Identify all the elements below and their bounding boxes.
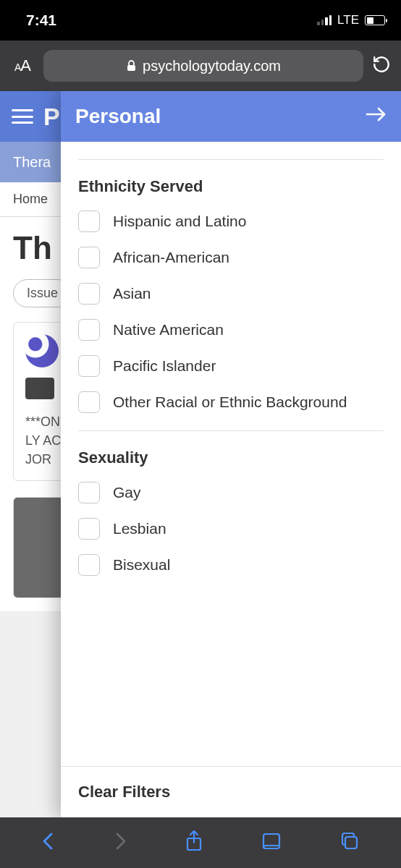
filter-option[interactable]: Hispanic and Latino (78, 210, 384, 232)
option-label: Native American (113, 321, 224, 339)
back-button[interactable] (41, 831, 56, 854)
lock-icon (126, 59, 137, 72)
cellular-signal-icon (317, 15, 332, 25)
filter-section-sexuality: Sexuality Gay Lesbian Bisexual (78, 448, 384, 576)
url-domain: psychologytoday.com (143, 58, 281, 75)
checkbox[interactable] (78, 210, 100, 232)
filter-section-ethnicity: Ethnicity Served Hispanic and Latino Afr… (78, 177, 384, 413)
svg-rect-2 (345, 837, 357, 848)
badge-icon (25, 378, 54, 399)
panel-body[interactable]: Ethnicity Served Hispanic and Latino Afr… (61, 142, 401, 766)
section-title: Sexuality (78, 448, 384, 467)
filter-option[interactable]: Bisexual (78, 554, 384, 576)
checkbox[interactable] (78, 482, 100, 503)
forward-button[interactable] (113, 831, 127, 854)
site-logo[interactable]: P (43, 103, 60, 131)
menu-button[interactable] (12, 109, 33, 124)
bookmarks-button[interactable] (261, 832, 282, 854)
chevron-right-icon (113, 831, 127, 851)
checkbox[interactable] (78, 283, 100, 305)
tab-therapists[interactable]: Thera (13, 154, 51, 171)
filter-option[interactable]: Asian (78, 283, 384, 305)
section-title: Ethnicity Served (78, 177, 384, 196)
panel-header: Personal (61, 91, 401, 142)
browser-toolbar (0, 817, 401, 868)
browser-url-bar: AA psychologytoday.com (0, 41, 401, 91)
checkbox[interactable] (78, 518, 100, 540)
option-label: Bisexual (113, 556, 170, 574)
checkbox[interactable] (78, 319, 100, 341)
panel-title: Personal (75, 105, 161, 128)
panel-next-button[interactable] (365, 105, 387, 128)
checkbox[interactable] (78, 247, 100, 268)
filter-panel: Personal Ethnicity Served Hispanic and L… (61, 91, 401, 817)
filter-option[interactable]: Native American (78, 319, 384, 341)
share-icon (185, 830, 203, 853)
svg-rect-0 (127, 65, 135, 71)
share-button[interactable] (185, 830, 203, 856)
network-label: LTE (337, 13, 359, 27)
bookmarks-icon (261, 832, 282, 851)
chevron-left-icon (41, 831, 56, 851)
option-label: Asian (113, 285, 151, 302)
reload-button[interactable] (372, 55, 391, 77)
address-bar[interactable]: psychologytoday.com (43, 50, 363, 82)
checkbox[interactable] (78, 554, 100, 576)
filter-option[interactable]: Gay (78, 482, 384, 503)
divider (78, 430, 384, 431)
divider (78, 159, 384, 160)
filter-option[interactable]: African-American (78, 247, 384, 268)
battery-icon (365, 15, 385, 25)
status-right: LTE (317, 13, 385, 27)
option-label: African-American (113, 249, 229, 266)
ios-status-bar: 7:41 LTE (0, 0, 401, 41)
text-size-button[interactable]: AA (10, 56, 35, 75)
option-label: Other Racial or Ethnic Background (113, 393, 347, 411)
option-label: Pacific Islander (113, 357, 216, 375)
tabs-button[interactable] (339, 831, 360, 854)
viewport: P Thera Home Th Issue ***ON LY AC JOR (0, 91, 401, 817)
status-time: 7:41 (26, 12, 56, 29)
checkbox[interactable] (78, 391, 100, 413)
filter-option[interactable]: Lesbian (78, 518, 384, 540)
provider-avatar-icon (25, 334, 59, 367)
filter-option[interactable]: Pacific Islander (78, 355, 384, 377)
arrow-right-icon (365, 106, 387, 123)
filter-option[interactable]: Other Racial or Ethnic Background (78, 391, 384, 413)
tabs-icon (339, 831, 360, 851)
option-label: Gay (113, 484, 141, 501)
checkbox[interactable] (78, 355, 100, 377)
clear-filters-button[interactable]: Clear Filters (61, 766, 401, 817)
breadcrumb-home[interactable]: Home (13, 192, 48, 207)
option-label: Lesbian (113, 520, 166, 537)
option-label: Hispanic and Latino (113, 213, 246, 230)
